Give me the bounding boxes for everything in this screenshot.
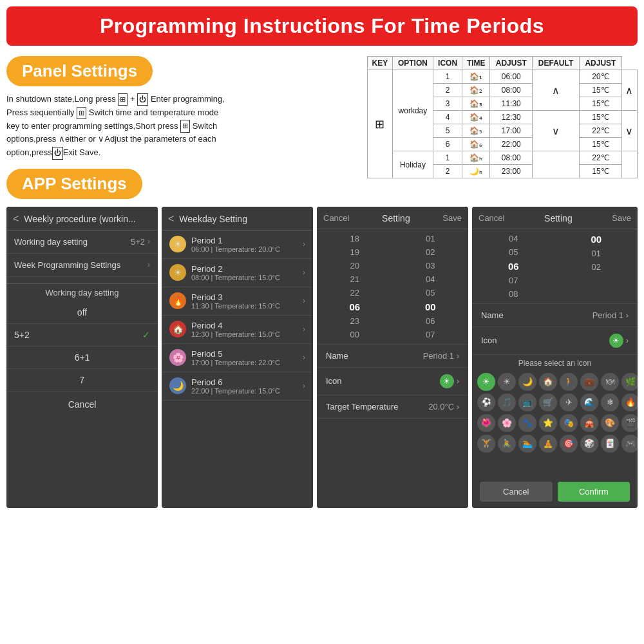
- icon-field[interactable]: Icon ☀ ›: [317, 368, 468, 395]
- p4-min-01: 01: [555, 247, 638, 260]
- panel1-cancel-btn[interactable]: Cancel: [68, 399, 97, 410]
- dropdown-6p1[interactable]: 6+1: [6, 346, 158, 369]
- p4-hour-07: 07: [472, 274, 555, 287]
- p4-hour-04: 04: [472, 232, 555, 245]
- panel4-hour-scroll[interactable]: 04 05 06 07 08: [472, 232, 555, 301]
- panel4-save[interactable]: Save: [612, 213, 631, 223]
- time-1: 06:00: [490, 70, 533, 84]
- panel4-cancel-btn[interactable]: Cancel: [480, 482, 553, 502]
- panel1-header: < Weekly procedure (workin...: [6, 207, 158, 231]
- panel1-cancel-section: Cancel: [6, 392, 158, 417]
- working-day-setting-item[interactable]: Working day setting 5+2 ›: [6, 231, 158, 254]
- icon-cell-swim[interactable]: 🏊: [518, 435, 536, 453]
- period-2-item[interactable]: ☀ Period 2 08:00 | Temperature: 15.0°C ›: [162, 259, 313, 287]
- week-programming-value: ›: [147, 260, 150, 269]
- icon-cell-food[interactable]: 🍽: [601, 373, 619, 391]
- banner-title: Programming Instructions For Time Period…: [100, 14, 544, 37]
- temp-value: 20.0°C ›: [428, 402, 459, 412]
- section1: Panel Settings In shutdown state,Long pr…: [0, 51, 644, 203]
- icon-cell-target[interactable]: 🎯: [560, 435, 578, 453]
- panel4-icon-label: Icon: [481, 336, 497, 345]
- top-banner: Programming Instructions For Time Period…: [6, 6, 638, 46]
- dropdown-5p2-label: 5+2: [14, 330, 30, 340]
- panel2-back-icon[interactable]: <: [168, 213, 174, 225]
- period3-chevron: ›: [303, 296, 305, 305]
- panel1-back-icon[interactable]: <: [13, 213, 19, 225]
- icon-cell-bike[interactable]: 🚴: [498, 435, 516, 453]
- icon-cell-flower[interactable]: 🌺: [477, 414, 495, 432]
- icon-cell-soccer[interactable]: ⚽: [477, 393, 495, 412]
- panel3-cancel[interactable]: Cancel: [323, 213, 349, 223]
- icon-cell-theater[interactable]: 🎭: [560, 414, 578, 432]
- panel4-icon-field[interactable]: Icon ☀ ›: [472, 327, 638, 355]
- icon-4: 🏠₄: [462, 111, 490, 124]
- hour-scroll[interactable]: 18 19 20 21 22 06 23 00: [317, 232, 393, 341]
- time-2: 08:00: [490, 84, 533, 97]
- icon-cell-tv[interactable]: 📺: [518, 393, 536, 412]
- icon-cell-art[interactable]: 🎨: [601, 414, 619, 432]
- week-programming-label: Week Programming Settings: [14, 260, 120, 270]
- icon-cell-fire[interactable]: 🔥: [621, 393, 638, 412]
- icon-cell-paw[interactable]: 🐾: [518, 414, 536, 432]
- dropdown-5p2[interactable]: 5+2 ✓: [6, 324, 158, 346]
- dropdown-off-label: off: [77, 307, 87, 317]
- icon-cell-sun[interactable]: ☀: [498, 373, 516, 391]
- time-3: 11:30: [490, 97, 533, 111]
- icon-cell-leaf[interactable]: 🌿: [621, 373, 638, 391]
- icon-grid-label: Please select an icon: [472, 355, 638, 370]
- icon-cell-person[interactable]: 🚶: [560, 373, 578, 391]
- panel4-time-scroll[interactable]: 04 05 06 07 08 00 01 02: [472, 229, 638, 304]
- icon-cell-cart[interactable]: 🛒: [539, 393, 557, 412]
- panel4-name-field[interactable]: Name Period 1 ›: [472, 304, 638, 327]
- time-scroll[interactable]: 18 19 20 21 22 06 23 00 01 02 03 04 05 0…: [317, 229, 468, 345]
- panel-weekly-procedure: < Weekly procedure (workin... Working da…: [6, 207, 158, 508]
- icon-cell-music[interactable]: 🎵: [498, 393, 516, 412]
- icon-cell-gym[interactable]: 🏋: [477, 435, 495, 453]
- hour-00: 00: [317, 328, 393, 341]
- hour-19: 19: [317, 245, 393, 259]
- icon-cell-yoga[interactable]: 🧘: [539, 435, 557, 453]
- icon-cell-cards[interactable]: 🃏: [601, 435, 619, 453]
- icon-cell-plane[interactable]: ✈: [560, 393, 578, 412]
- period-1-item[interactable]: ☀ Period 1 06:00 | Temperature: 20.0°C ›: [162, 231, 313, 259]
- icon-cell-dice[interactable]: 🎲: [580, 435, 598, 453]
- panel2-title: Weekday Setting: [179, 214, 247, 224]
- check-icon: ✓: [142, 330, 150, 340]
- app-settings-label: APP Settings: [22, 174, 127, 193]
- temp-label: Target Temperature: [326, 402, 399, 412]
- icon-cell-moon[interactable]: 🌙: [518, 373, 536, 391]
- icon-cell-snow[interactable]: ❄: [601, 393, 619, 412]
- panel2-header: < Weekday Setting: [162, 207, 313, 231]
- icon-cell-circus[interactable]: 🎪: [580, 414, 598, 432]
- default-6: 15℃: [580, 138, 622, 151]
- period-5-item[interactable]: 🌸 Period 5 17:00 | Temperature: 22.0°C ›: [162, 344, 313, 372]
- icon-cell-blossom[interactable]: 🌸: [498, 414, 516, 432]
- icon-cell-film[interactable]: 🎬: [621, 414, 638, 432]
- temp-field[interactable]: Target Temperature 20.0°C ›: [317, 395, 468, 419]
- icon-cell-star[interactable]: ⭐: [539, 414, 557, 432]
- dropdown-off[interactable]: off: [6, 301, 158, 324]
- period2-name: Period 2: [191, 264, 298, 274]
- icon-cell-game[interactable]: 🎮: [621, 435, 638, 453]
- icon-cell-wave[interactable]: 🌊: [580, 393, 598, 412]
- dropdown-7[interactable]: 7: [6, 369, 158, 392]
- panel4-cancel[interactable]: Cancel: [478, 213, 504, 223]
- instructions-text: In shutdown state,Long press ⊞ + ⏻ Enter…: [6, 93, 225, 160]
- period-3-item[interactable]: 🔥 Period 3 11:30 | Temperature: 15.0°C ›: [162, 287, 313, 316]
- panel3-save[interactable]: Save: [442, 213, 462, 223]
- panel4-confirm-btn[interactable]: Confirm: [558, 482, 630, 502]
- icon-cell-house[interactable]: 🏠: [539, 373, 557, 391]
- icon-cell-sun-partly[interactable]: ☀: [477, 373, 495, 391]
- min-02: 02: [393, 245, 469, 259]
- min-06: 06: [393, 314, 469, 328]
- panel4-header: Cancel Setting Save: [472, 207, 638, 229]
- name-field[interactable]: Name Period 1 ›: [317, 345, 468, 368]
- period-6-item[interactable]: 🌙 Period 6 22:00 | Temperature: 15.0°C ›: [162, 372, 313, 401]
- week-programming-item[interactable]: Week Programming Settings ›: [6, 254, 158, 277]
- period4-info: Period 4 12:30 | Temperature: 15.0°C: [191, 321, 298, 338]
- minute-scroll[interactable]: 01 02 03 04 05 00 06 07: [393, 232, 469, 341]
- chevron-icon: ›: [147, 237, 150, 246]
- icon-cell-briefcase[interactable]: 💼: [580, 373, 598, 391]
- panel4-minute-scroll[interactable]: 00 01 02: [555, 232, 638, 301]
- period-4-item[interactable]: 🏠 Period 4 12:30 | Temperature: 15.0°C ›: [162, 316, 313, 344]
